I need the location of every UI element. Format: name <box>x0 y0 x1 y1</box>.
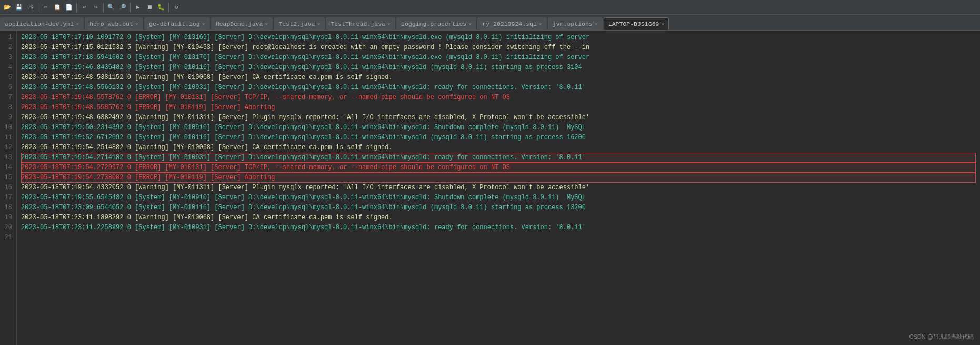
toolbar-icon-redo[interactable]: ↪ <box>91 2 101 13</box>
toolbar-icon-copy[interactable]: 📋 <box>52 2 63 13</box>
editor-content[interactable]: 123456789101112131415161718192021 2023-0… <box>0 31 980 345</box>
line-number: 8 <box>4 103 12 113</box>
toolbar-icon-search[interactable]: 🔍 <box>106 2 116 13</box>
tab-test2[interactable]: Test2.java ✕ <box>274 17 325 30</box>
tab-hero-web[interactable]: hero_web.out ✕ <box>85 17 143 30</box>
toolbar-sep-5 <box>168 3 169 12</box>
tab-label: jvm.options <box>553 21 593 27</box>
table-row: 2023-05-18T07:19:48.6382492 0 [Warning] … <box>21 113 976 123</box>
line-number: 5 <box>4 73 12 83</box>
tab-close-icon[interactable]: ✕ <box>317 21 320 27</box>
tab-label: application-dev.yml <box>5 21 74 27</box>
editor: 123456789101112131415161718192021 2023-0… <box>0 31 980 345</box>
line-number: 3 <box>4 53 12 63</box>
tab-jvm-options[interactable]: jvm.options ✕ <box>548 17 603 30</box>
tab-gc-default[interactable]: gc-default.log ✕ <box>144 17 210 30</box>
tab-ry-sql[interactable]: ry_20210924.sql ✕ <box>477 17 547 30</box>
tabbar: application-dev.yml ✕ hero_web.out ✕ gc-… <box>0 15 980 31</box>
table-row <box>21 233 976 243</box>
table-row: 2023-05-18T07:23:09.6544052 0 [System] [… <box>21 203 976 213</box>
line-number: 10 <box>4 123 12 133</box>
table-row: 2023-05-18T07:17:15.0121532 5 [Warning] … <box>21 43 976 53</box>
toolbar-sep-1 <box>38 3 38 12</box>
table-row: 2023-05-18T07:19:54.2714182 0 [System] [… <box>21 153 976 163</box>
table-row: 2023-05-18T07:19:48.5566132 0 [System] [… <box>21 83 976 93</box>
line-number: 20 <box>4 223 12 233</box>
toolbar-icon-print[interactable]: 🖨 <box>25 2 36 13</box>
table-row: 2023-05-18T07:19:54.2738082 0 [ERROR] [M… <box>21 173 976 183</box>
table-row: 2023-05-18T07:19:48.5585762 0 [ERROR] [M… <box>21 103 976 113</box>
table-row: 2023-05-18T07:19:55.6545482 0 [System] [… <box>21 193 976 203</box>
toolbar-icon-run[interactable]: ▶ <box>133 2 143 13</box>
toolbar: 📂 💾 🖨 ✂ 📋 📄 ↩ ↪ 🔍 🔎 ▶ ⏹ 🐛 ⚙ <box>0 0 980 15</box>
line-numbers: 123456789101112131415161718192021 <box>0 31 17 345</box>
line-number: 11 <box>4 133 12 143</box>
table-row: 2023-05-18T07:19:48.5578762 0 [ERROR] [M… <box>21 93 976 103</box>
toolbar-icon-settings[interactable]: ⚙ <box>171 2 182 13</box>
line-number: 4 <box>4 63 12 73</box>
code-area[interactable]: 2023-05-18T07:17:10.1091772 0 [System] [… <box>17 31 980 345</box>
tab-laptop[interactable]: LAPTOP-BJS1G69 ✕ <box>604 17 669 30</box>
table-row: 2023-05-18T07:19:54.4332052 0 [Warning] … <box>21 183 976 193</box>
table-row: 2023-05-18T07:19:52.6712092 0 [System] [… <box>21 133 976 143</box>
line-number: 9 <box>4 113 12 123</box>
table-row: 2023-05-18T07:19:54.2514882 0 [Warning] … <box>21 143 976 153</box>
table-row: 2023-05-18T07:19:50.2314392 0 [System] [… <box>21 123 976 133</box>
tab-close-icon[interactable]: ✕ <box>387 21 391 27</box>
line-number: 13 <box>4 153 12 163</box>
tab-close-icon[interactable]: ✕ <box>76 21 79 27</box>
tab-label: logging.properties <box>401 21 466 27</box>
toolbar-icon-cut[interactable]: ✂ <box>41 2 51 13</box>
table-row: 2023-05-18T07:19:46.8436482 0 [System] [… <box>21 63 976 73</box>
tab-label: ry_20210924.sql <box>482 21 537 27</box>
tab-heap-demo[interactable]: HeapDemo.java ✕ <box>211 17 273 30</box>
tab-label: Test2.java <box>278 21 315 27</box>
line-number: 17 <box>4 193 12 203</box>
table-row: 2023-05-18T07:17:18.5941602 0 [System] [… <box>21 53 976 63</box>
line-number: 14 <box>4 163 12 173</box>
toolbar-sep-3 <box>103 3 104 12</box>
tab-application-dev[interactable]: application-dev.yml ✕ <box>0 17 84 30</box>
tab-test-thread[interactable]: TestThread.java ✕ <box>326 17 395 30</box>
tab-close-icon[interactable]: ✕ <box>135 21 138 27</box>
table-row: 2023-05-18T07:17:10.1091772 0 [System] [… <box>21 33 976 43</box>
toolbar-icon-replace[interactable]: 🔎 <box>117 2 128 13</box>
line-number: 19 <box>4 213 12 223</box>
line-number: 12 <box>4 143 12 153</box>
toolbar-icon-open[interactable]: 📂 <box>2 2 13 13</box>
tab-logging[interactable]: logging.properties ✕ <box>396 17 476 30</box>
tab-label: hero_web.out <box>89 21 133 27</box>
tab-label: HeapDemo.java <box>216 21 263 27</box>
table-row: 2023-05-18T07:23:11.2258992 0 [System] [… <box>21 223 976 233</box>
table-row: 2023-05-18T07:23:11.1898292 0 [Warning] … <box>21 213 976 223</box>
line-number: 6 <box>4 83 12 93</box>
toolbar-icon-debug[interactable]: 🐛 <box>156 2 166 13</box>
toolbar-icon-undo[interactable]: ↩ <box>79 2 89 13</box>
line-number: 7 <box>4 93 12 103</box>
toolbar-sep-2 <box>76 3 77 12</box>
main-area: 123456789101112131415161718192021 2023-0… <box>0 31 980 345</box>
tab-label: TestThread.java <box>331 21 385 27</box>
line-number: 15 <box>4 173 12 183</box>
line-number: 2 <box>4 43 12 53</box>
tab-close-icon[interactable]: ✕ <box>595 21 598 27</box>
tab-close-icon[interactable]: ✕ <box>202 21 205 27</box>
tab-close-icon[interactable]: ✕ <box>661 21 664 27</box>
line-number: 16 <box>4 183 12 193</box>
toolbar-icon-paste[interactable]: 📄 <box>64 2 74 13</box>
line-number: 21 <box>4 233 12 243</box>
toolbar-icon-save[interactable]: 💾 <box>14 2 24 13</box>
line-number: 1 <box>4 33 12 43</box>
tab-close-icon[interactable]: ✕ <box>539 21 542 27</box>
table-row: 2023-05-18T07:19:54.2729972 0 [ERROR] [M… <box>21 163 976 173</box>
toolbar-sep-4 <box>130 3 131 12</box>
tab-label: LAPTOP-BJS1G69 <box>608 21 659 27</box>
tab-close-icon[interactable]: ✕ <box>265 21 268 27</box>
line-number: 18 <box>4 203 12 213</box>
toolbar-icon-stop[interactable]: ⏹ <box>144 2 155 13</box>
tab-label: gc-default.log <box>149 21 200 27</box>
tab-close-icon[interactable]: ✕ <box>468 21 472 27</box>
table-row: 2023-05-18T07:19:48.5381152 0 [Warning] … <box>21 73 976 83</box>
